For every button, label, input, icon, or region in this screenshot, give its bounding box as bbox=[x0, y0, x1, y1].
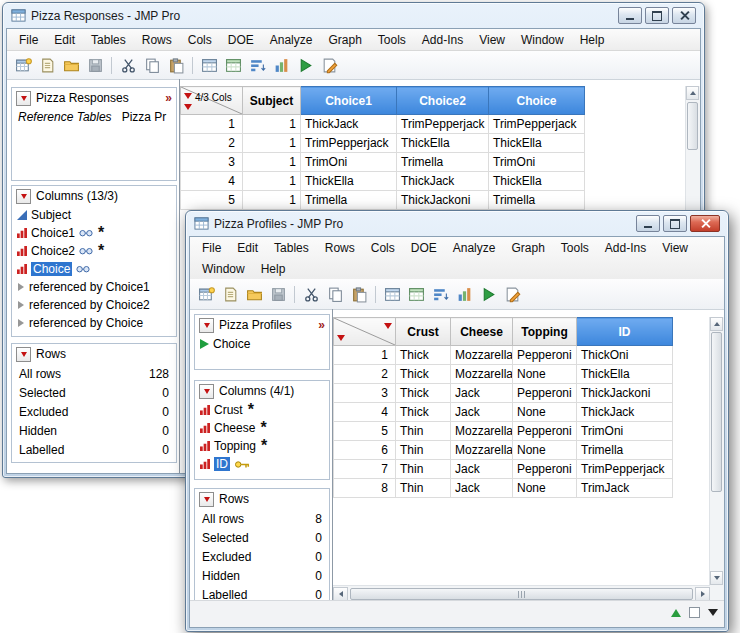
red-triangle-menu-button[interactable] bbox=[199, 384, 214, 399]
cell[interactable]: TrimOni bbox=[489, 153, 585, 172]
grid-corner-cell[interactable] bbox=[334, 318, 396, 346]
open-button[interactable] bbox=[59, 53, 83, 77]
menu-help[interactable]: Help bbox=[572, 33, 613, 47]
menu-analyze[interactable]: Analyze bbox=[445, 241, 504, 255]
cell[interactable]: None bbox=[513, 441, 577, 460]
cell[interactable]: TrimPepperjack bbox=[577, 460, 673, 479]
copy-button[interactable] bbox=[323, 282, 347, 306]
column-item-subject[interactable]: Subject bbox=[12, 206, 176, 224]
red-triangle-menu-button[interactable] bbox=[199, 318, 214, 333]
cell[interactable]: TrimOni bbox=[577, 422, 673, 441]
menu-view[interactable]: View bbox=[654, 241, 696, 255]
cell[interactable]: Pepperoni bbox=[513, 346, 577, 365]
menu-view[interactable]: View bbox=[471, 33, 513, 47]
scrollbar-thumb[interactable] bbox=[350, 588, 693, 600]
row-number[interactable]: 5 bbox=[334, 422, 396, 441]
reference-tables-row[interactable]: Reference Tables Pizza Pr bbox=[12, 108, 176, 126]
cell[interactable]: Mozzarella bbox=[451, 346, 513, 365]
cell[interactable]: Pepperoni bbox=[513, 460, 577, 479]
cell[interactable]: Pepperoni bbox=[513, 422, 577, 441]
cell[interactable]: Thin bbox=[396, 441, 451, 460]
row-number[interactable]: 2 bbox=[334, 365, 396, 384]
scrollbar-thumb[interactable] bbox=[687, 102, 698, 150]
cell[interactable]: Thick bbox=[396, 346, 451, 365]
cell[interactable]: ThickJackoni bbox=[577, 384, 673, 403]
menu-rows[interactable]: Rows bbox=[134, 33, 180, 47]
titlebar[interactable]: Pizza Profiles - JMP Pro bbox=[186, 211, 728, 236]
column-item-referenced-2[interactable]: referenced by Choice2 bbox=[12, 296, 176, 314]
row-number[interactable]: 3 bbox=[334, 384, 396, 403]
cell[interactable]: 1 bbox=[243, 134, 301, 153]
column-item-choice1[interactable]: Choice1 * bbox=[12, 224, 176, 242]
row-number[interactable]: 5 bbox=[181, 191, 243, 210]
cell[interactable]: TrimPepperjack bbox=[397, 115, 489, 134]
minimize-button[interactable] bbox=[636, 215, 660, 232]
cell[interactable]: Mozzarella bbox=[451, 365, 513, 384]
cell[interactable]: ThickOni bbox=[577, 346, 673, 365]
menu-cols[interactable]: Cols bbox=[180, 33, 220, 47]
rows-stat-selected[interactable]: Selected0 bbox=[12, 383, 176, 402]
cell[interactable]: TrimPepperjack bbox=[301, 134, 397, 153]
grid-corner-box-icon[interactable] bbox=[689, 607, 700, 618]
red-triangle-menu-button[interactable] bbox=[16, 91, 31, 106]
menu-tools[interactable]: Tools bbox=[370, 33, 414, 47]
run-script-button[interactable] bbox=[476, 282, 500, 306]
column-item-referenced-3[interactable]: referenced by Choice bbox=[12, 314, 176, 332]
summary-table-button[interactable] bbox=[221, 53, 245, 77]
cell[interactable]: Mozzarella bbox=[451, 422, 513, 441]
red-triangle-menu-button[interactable] bbox=[16, 347, 31, 362]
cut-button[interactable] bbox=[299, 282, 323, 306]
vertical-scrollbar[interactable] bbox=[709, 317, 724, 585]
scroll-left-button[interactable] bbox=[333, 587, 348, 601]
row-number[interactable]: 7 bbox=[334, 460, 396, 479]
cell[interactable]: ThickElla bbox=[301, 172, 397, 191]
cell[interactable]: ThickElla bbox=[489, 134, 585, 153]
rows-stat-excluded[interactable]: Excluded0 bbox=[12, 402, 176, 421]
table-script-choice[interactable]: Choice bbox=[195, 335, 329, 353]
menu-graph[interactable]: Graph bbox=[320, 33, 369, 47]
cell[interactable]: ThickElla bbox=[577, 365, 673, 384]
menu-window[interactable]: Window bbox=[513, 33, 572, 47]
cell[interactable]: Trimella bbox=[489, 191, 585, 210]
cell[interactable]: ThickJack bbox=[301, 115, 397, 134]
column-item-choice[interactable]: Choice bbox=[12, 260, 176, 278]
run-script-button[interactable] bbox=[293, 53, 317, 77]
menu-cols[interactable]: Cols bbox=[363, 241, 403, 255]
cell[interactable]: Jack bbox=[451, 403, 513, 422]
cell[interactable]: ThickJack bbox=[577, 403, 673, 422]
maximize-button[interactable] bbox=[663, 215, 687, 232]
sort-button[interactable] bbox=[245, 53, 269, 77]
column-header-choice[interactable]: Choice bbox=[489, 87, 585, 115]
new-data-table-button[interactable] bbox=[194, 282, 218, 306]
row-number[interactable]: 6 bbox=[334, 441, 396, 460]
row-number[interactable]: 8 bbox=[334, 479, 396, 498]
close-button[interactable] bbox=[690, 215, 720, 232]
save-button[interactable] bbox=[83, 53, 107, 77]
cell[interactable]: Jack bbox=[451, 384, 513, 403]
column-item-id[interactable]: ID bbox=[195, 455, 329, 473]
menu-doe[interactable]: DOE bbox=[403, 241, 445, 255]
row-number[interactable]: 1 bbox=[334, 346, 396, 365]
cell[interactable]: None bbox=[513, 403, 577, 422]
summary-table-button[interactable] bbox=[404, 282, 428, 306]
copy-button[interactable] bbox=[140, 53, 164, 77]
cell[interactable]: Thin bbox=[396, 460, 451, 479]
menu-addins[interactable]: Add-Ins bbox=[414, 33, 471, 47]
cell[interactable]: TrimJack bbox=[577, 479, 673, 498]
edit-script-button[interactable] bbox=[500, 282, 524, 306]
menu-file[interactable]: File bbox=[11, 33, 46, 47]
cell[interactable]: Thin bbox=[396, 479, 451, 498]
cell[interactable]: Trimella bbox=[577, 441, 673, 460]
row-number[interactable]: 4 bbox=[181, 172, 243, 191]
cell[interactable]: Pepperoni bbox=[513, 384, 577, 403]
data-grid-button[interactable] bbox=[197, 53, 221, 77]
collapse-chevron-icon[interactable]: » bbox=[318, 318, 325, 332]
menu-edit[interactable]: Edit bbox=[229, 241, 266, 255]
menu-addins[interactable]: Add-Ins bbox=[597, 241, 654, 255]
rows-stat-hidden[interactable]: Hidden0 bbox=[12, 421, 176, 440]
scroll-up-button[interactable] bbox=[710, 317, 723, 331]
menu-tools[interactable]: Tools bbox=[553, 241, 597, 255]
sort-button[interactable] bbox=[428, 282, 452, 306]
chart-button[interactable] bbox=[452, 282, 476, 306]
column-item-referenced-1[interactable]: referenced by Choice1 bbox=[12, 278, 176, 296]
